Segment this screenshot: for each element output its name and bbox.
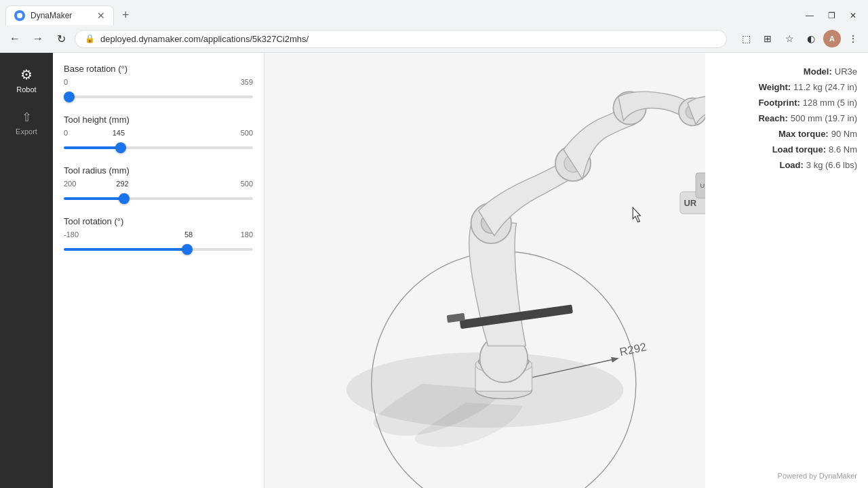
tab-close-button[interactable]: ✕	[97, 10, 105, 21]
powered-by-text: Powered by DynaMaker	[778, 472, 857, 480]
base-rotation-label: Base rotation (°)	[64, 64, 253, 74]
controls-panel: Base rotation (°) 0 359 Tool height (mm)…	[53, 53, 264, 488]
robot-icon: ⚙	[20, 66, 33, 83]
max-torque-key: Max torque:	[778, 129, 829, 139]
tool-height-current: 145	[113, 129, 125, 137]
sidebar-item-export[interactable]: ⇧ Export	[3, 103, 50, 142]
base-rotation-slider[interactable]	[64, 96, 253, 98]
weight-key: Weight:	[759, 82, 791, 92]
tool-rotation-max: 180	[241, 230, 253, 239]
tab-favicon	[14, 10, 25, 21]
model-key: Model:	[804, 66, 832, 77]
base-rotation-min: 0	[64, 78, 68, 86]
tool-height-max: 500	[241, 129, 253, 137]
browser-chrome: DynaMaker ✕ + — ❐ ✕ ← → ↻ 🔒 deployed.dyn…	[0, 0, 868, 53]
spec-load-row: Load: 3 kg (6.6 lbs)	[716, 160, 857, 170]
tool-rotation-current: 58	[184, 230, 193, 239]
tool-rotation-label: Tool rotation (°)	[64, 216, 253, 226]
toolbar-right: ⬚ ⊞ ☆ ◐ A ⋮	[736, 29, 863, 48]
bookmark-icon[interactable]: ☆	[780, 29, 799, 48]
title-bar: DynaMaker ✕ + — ❐ ✕	[0, 0, 868, 25]
footprint-key: Footprint:	[758, 98, 800, 108]
spec-reach-row: Reach: 500 mm (19.7 in)	[716, 113, 857, 123]
reach-label: R292	[618, 340, 648, 359]
user-avatar[interactable]: A	[823, 30, 841, 47]
back-button[interactable]: ←	[5, 29, 24, 48]
maximize-button[interactable]: ❐	[822, 6, 841, 25]
spec-load-torque-row: Load torque: 8.6 Nm	[716, 144, 857, 155]
extensions-icon[interactable]: ⊞	[758, 29, 777, 48]
reach-key: Reach:	[758, 113, 787, 123]
tool-radius-max: 500	[241, 180, 253, 188]
tool-radius-min: 200	[64, 180, 76, 188]
window-close-button[interactable]: ✕	[844, 6, 863, 25]
new-tab-button[interactable]: +	[117, 5, 135, 25]
sidebar-item-robot-label: Robot	[16, 85, 36, 94]
export-icon: ⇧	[22, 110, 32, 125]
sidebar-item-export-label: Export	[16, 127, 37, 136]
screen-cast-icon[interactable]: ⬚	[736, 29, 755, 48]
spec-weight-row: Weight: 11.2 kg (24.7 in)	[716, 82, 857, 92]
robot-visualization: R292 UR	[264, 53, 705, 488]
tool-radius-group: Tool radius (mm) 200 292 500	[64, 165, 253, 203]
ur-logo-text: UR	[684, 198, 696, 208]
minimize-button[interactable]: —	[800, 6, 819, 25]
base-rotation-max: 359	[241, 78, 253, 86]
url-bar[interactable]: 🔒 deployed.dynamaker.com/applications/5k…	[75, 30, 727, 48]
spec-max-torque-row: Max torque: 90 Nm	[716, 129, 857, 139]
icon-sidebar: ⚙ Robot ⇧ Export	[0, 53, 53, 488]
sidebar-item-robot[interactable]: ⚙ Robot	[3, 60, 50, 100]
app-area: ⚙ Robot ⇧ Export Base rotation (°) 0 359	[0, 53, 868, 488]
profile-icon[interactable]: ◐	[802, 29, 821, 48]
tool-rotation-slider[interactable]	[64, 248, 253, 251]
tool-radius-slider[interactable]	[64, 197, 253, 200]
main-canvas: R292 UR	[264, 53, 705, 488]
window-controls: — ❐ ✕	[800, 6, 863, 25]
tool-height-group: Tool height (mm) 0 145 500	[64, 115, 253, 152]
tool-rotation-group: Tool rotation (°) -180 58 180	[64, 216, 253, 253]
weight-value: 11.2 kg (24.7 in)	[793, 82, 857, 92]
tab-title: DynaMaker	[31, 11, 92, 20]
base-rotation-group: Base rotation (°) 0 359	[64, 64, 253, 101]
menu-icon[interactable]: ⋮	[844, 29, 863, 48]
active-tab[interactable]: DynaMaker ✕	[5, 5, 114, 25]
forward-button[interactable]: →	[28, 29, 47, 48]
footprint-value: 128 mm (5 in)	[803, 98, 857, 108]
tool-height-min: 0	[64, 129, 68, 137]
cursor	[633, 207, 640, 222]
load-torque-value: 8.6 Nm	[829, 144, 857, 155]
tool-radius-label: Tool radius (mm)	[64, 165, 253, 176]
load-torque-key: Load torque:	[772, 144, 826, 155]
reach-value: 500 mm (19.7 in)	[791, 113, 857, 123]
tool-rotation-min: -180	[64, 230, 79, 239]
spec-model-row: Model: UR3e	[716, 66, 857, 77]
address-bar: ← → ↻ 🔒 deployed.dynamaker.com/applicati…	[0, 25, 868, 52]
refresh-button[interactable]: ↻	[52, 29, 71, 48]
load-key: Load:	[779, 160, 803, 170]
spec-footprint-row: Footprint: 128 mm (5 in)	[716, 98, 857, 108]
lock-icon: 🔒	[85, 34, 95, 43]
load-value: 3 kg (6.6 lbs)	[806, 160, 857, 170]
tool-radius-current: 292	[116, 180, 128, 188]
tool-height-label: Tool height (mm)	[64, 115, 253, 125]
robot-plate-text: UR3e	[701, 182, 705, 189]
max-torque-value: 90 Nm	[831, 129, 857, 139]
model-value: UR3e	[835, 66, 857, 77]
spec-panel: Model: UR3e Weight: 11.2 kg (24.7 in) Fo…	[705, 53, 868, 488]
url-text: deployed.dynamaker.com/applications/5k32…	[100, 34, 309, 44]
tool-height-slider[interactable]	[64, 146, 253, 149]
